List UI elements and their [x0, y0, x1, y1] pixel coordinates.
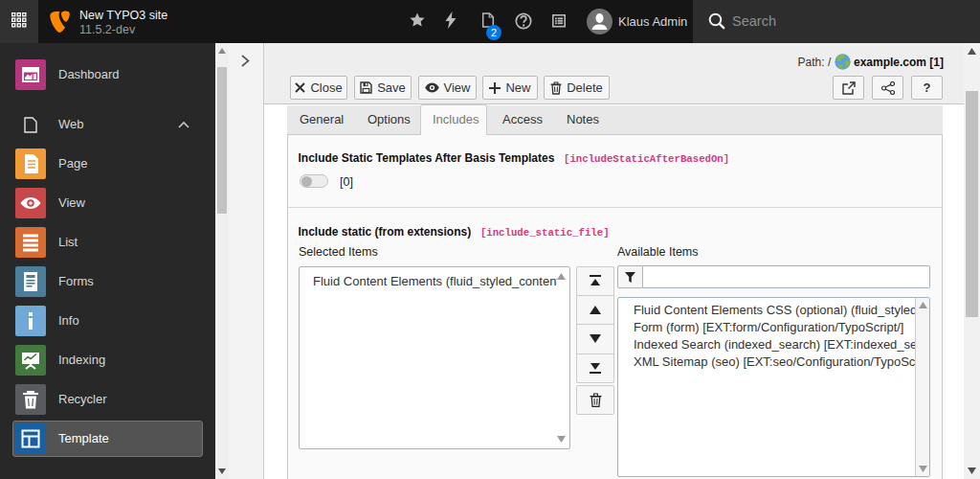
svg-text:2: 2: [491, 27, 497, 38]
